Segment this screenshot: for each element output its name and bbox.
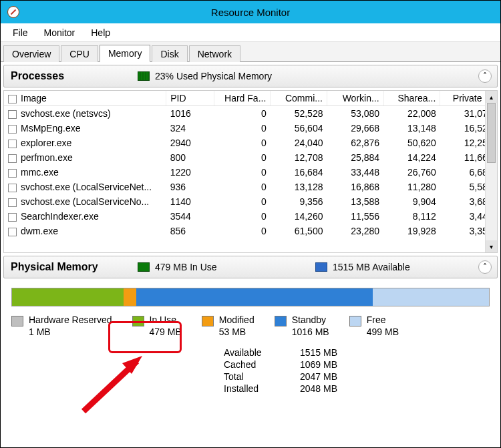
physmem-avail-summary: 1515 MB Available [333, 262, 410, 272]
row-checkbox[interactable] [8, 125, 17, 134]
table-row[interactable]: SearchIndexer.exe3544014,26011,5568,1123… [4, 209, 497, 224]
row-checkbox[interactable] [8, 184, 17, 192]
tab-disk[interactable]: Disk [152, 45, 187, 62]
row-checkbox[interactable] [8, 110, 17, 119]
legend-free: Free499 MB [349, 314, 399, 338]
physmem-inuse-summary: 479 MB In Use [155, 262, 315, 272]
swatch-hardware [11, 316, 23, 326]
cell-working: 29,668 [327, 121, 383, 136]
memory-legend: Hardware Reserved1 MB In Use479 MB Modif… [3, 314, 498, 338]
sum-cached-k: Cached [224, 359, 284, 370]
tab-memory[interactable]: Memory [100, 45, 151, 62]
row-checkbox[interactable] [8, 140, 17, 148]
legend-hardware: Hardware Reserved1 MB [11, 314, 112, 338]
cell-working: 11,556 [327, 209, 383, 224]
tab-overview[interactable]: Overview [3, 45, 59, 62]
cell-working: 62,876 [327, 136, 383, 150]
cell-pid: 936 [166, 180, 214, 194]
col-share[interactable]: Sharea... [383, 91, 440, 106]
cell-share: 9,904 [383, 194, 440, 209]
memory-bar [11, 288, 490, 306]
sum-installed-v: 2048 MB [284, 383, 337, 394]
processes-title: Processes [11, 70, 138, 82]
physmem-title: Physical Memory [11, 261, 138, 273]
menubar: File Monitor Help [1, 23, 500, 42]
cell-commit: 14,260 [271, 209, 327, 224]
cell-image: perfmon.exe [4, 150, 166, 165]
col-image[interactable]: Image [4, 91, 166, 106]
row-checkbox[interactable] [8, 228, 17, 236]
cell-share: 26,760 [383, 165, 440, 180]
scroll-track[interactable] [486, 103, 497, 240]
cell-share: 22,008 [383, 106, 440, 122]
titlebar: Resource Monitor [1, 1, 500, 23]
menu-help[interactable]: Help [83, 26, 118, 39]
cell-image: svchost.exe (netsvcs) [4, 106, 166, 122]
collapse-icon[interactable]: ˄ [478, 260, 492, 274]
table-row[interactable]: svchost.exe (LocalServiceNet...936013,12… [4, 180, 497, 194]
table-row[interactable]: perfmon.exe800012,70825,88414,22411,660 [4, 150, 497, 165]
cell-image: dwm.exe [4, 224, 166, 238]
table-row[interactable]: explorer.exe2940024,04062,87650,62012,25… [4, 136, 497, 150]
col-pid[interactable]: PID [166, 91, 214, 106]
table-row[interactable]: svchost.exe (LocalServiceNo...114009,356… [4, 194, 497, 209]
sum-installed-k: Installed [224, 383, 284, 394]
row-checkbox[interactable] [8, 169, 17, 178]
physmem-panel: Hardware Reserved1 MB In Use479 MB Modif… [3, 288, 498, 394]
cell-working: 23,280 [327, 224, 383, 238]
scroll-up-icon[interactable]: ▴ [486, 91, 497, 103]
swatch-standby [275, 316, 287, 326]
cell-image: MsMpEng.exe [4, 121, 166, 136]
physmem-summary: Available1515 MB Cached1069 MB Total2047… [224, 347, 498, 394]
table-row[interactable]: svchost.exe (netsvcs)1016052,52853,08022… [4, 106, 497, 122]
col-commit[interactable]: Commi... [271, 91, 327, 106]
col-hard[interactable]: Hard Fa... [214, 91, 271, 106]
cell-hard: 0 [214, 209, 271, 224]
menu-monitor[interactable]: Monitor [36, 26, 84, 39]
sum-total-v: 2047 MB [284, 371, 337, 382]
swatch-free [349, 316, 361, 326]
col-working[interactable]: Workin... [327, 91, 383, 106]
cell-image: svchost.exe (LocalServiceNo... [4, 194, 166, 209]
processes-header[interactable]: Processes 23% Used Physical Memory ˄ [3, 65, 498, 87]
cell-working: 25,884 [327, 150, 383, 165]
scrollbar[interactable]: ▴ ▾ [485, 91, 497, 252]
cell-commit: 61,500 [271, 224, 327, 238]
table-row[interactable]: mmc.exe1220016,68433,44826,7606,688 [4, 165, 497, 180]
menu-file[interactable]: File [5, 26, 36, 39]
scroll-down-icon[interactable]: ▾ [486, 240, 497, 252]
cell-hard: 0 [214, 121, 271, 136]
processes-table: Image PID Hard Fa... Commi... Workin... … [3, 90, 498, 253]
cell-hard: 0 [214, 136, 271, 150]
cell-working: 16,868 [327, 180, 383, 194]
table-row[interactable]: MsMpEng.exe324056,60429,66813,14816,520 [4, 121, 497, 136]
row-checkbox[interactable] [8, 198, 17, 207]
row-checkbox[interactable] [8, 213, 17, 222]
seg-standby [136, 288, 373, 306]
annotation-highlight-box [108, 321, 182, 353]
table-header-row: Image PID Hard Fa... Commi... Workin... … [4, 91, 497, 106]
collapse-icon[interactable]: ˄ [478, 69, 492, 83]
seg-free [373, 288, 489, 306]
scroll-thumb[interactable] [487, 103, 496, 163]
cell-share: 11,280 [383, 180, 440, 194]
cell-hard: 0 [214, 224, 271, 238]
tab-network[interactable]: Network [189, 45, 240, 62]
memory-chip-icon [138, 71, 150, 81]
processes-summary: 23% Used Physical Memory [155, 71, 272, 81]
select-all-checkbox[interactable] [8, 95, 17, 103]
window-title: Resource Monitor [1, 7, 500, 18]
cell-pid: 324 [166, 121, 214, 136]
cell-commit: 24,040 [271, 136, 327, 150]
table-row[interactable]: dwm.exe856061,50023,28019,9283,352 [4, 224, 497, 238]
tab-cpu[interactable]: CPU [61, 45, 98, 62]
cell-commit: 56,604 [271, 121, 327, 136]
sum-cached-v: 1069 MB [284, 359, 337, 370]
cell-hard: 0 [214, 194, 271, 209]
physmem-header[interactable]: Physical Memory 479 MB In Use 1515 MB Av… [3, 256, 498, 278]
seg-inuse [12, 288, 124, 306]
cell-commit: 52,528 [271, 106, 327, 122]
cell-pid: 1220 [166, 165, 214, 180]
cell-hard: 0 [214, 106, 271, 122]
row-checkbox[interactable] [8, 154, 17, 163]
